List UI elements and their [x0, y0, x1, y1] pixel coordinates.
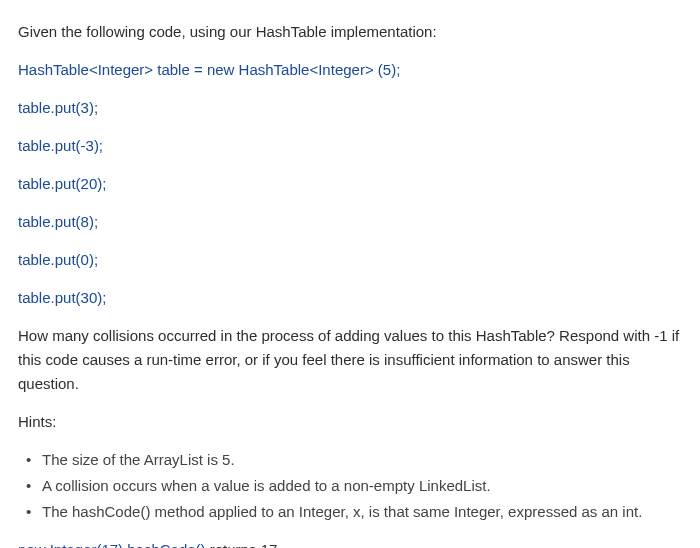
code-line-2: table.put(-3);: [18, 134, 682, 158]
code-line-1: table.put(3);: [18, 96, 682, 120]
example-code: new Integer(17).hashCode(): [18, 541, 206, 548]
question-text: How many collisions occurred in the proc…: [18, 324, 682, 396]
code-line-0: HashTable<Integer> table = new HashTable…: [18, 58, 682, 82]
example-result: returns 17.: [206, 541, 282, 548]
code-line-5: table.put(0);: [18, 248, 682, 272]
example-line: new Integer(17).hashCode() returns 17.: [18, 538, 682, 548]
intro-text: Given the following code, using our Hash…: [18, 20, 682, 44]
code-line-6: table.put(30);: [18, 286, 682, 310]
hint-item-2: The hashCode() method applied to an Inte…: [22, 500, 682, 524]
hint-item-0: The size of the ArrayList is 5.: [22, 448, 682, 472]
hint-item-1: A collision occurs when a value is added…: [22, 474, 682, 498]
hints-label: Hints:: [18, 410, 682, 434]
hints-list: The size of the ArrayList is 5. A collis…: [18, 448, 682, 524]
code-line-3: table.put(20);: [18, 172, 682, 196]
code-line-4: table.put(8);: [18, 210, 682, 234]
